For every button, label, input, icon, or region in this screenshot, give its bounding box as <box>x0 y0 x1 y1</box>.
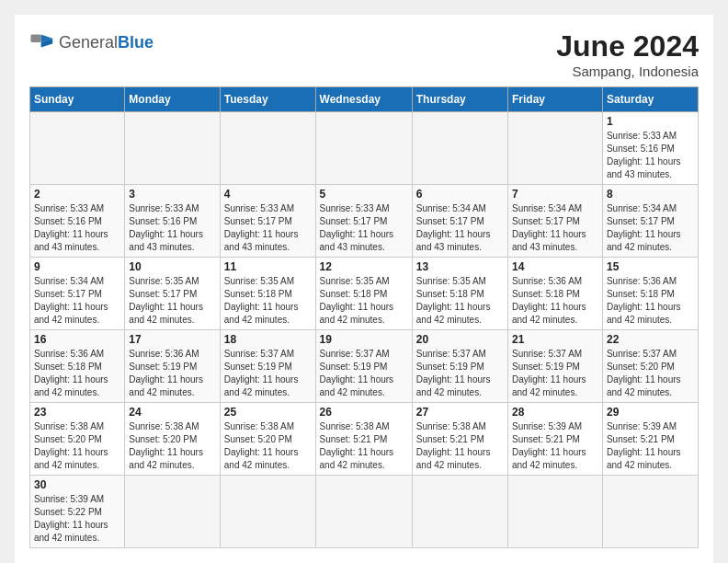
header-wednesday: Wednesday <box>315 87 412 112</box>
header-monday: Monday <box>125 87 220 112</box>
day-number-18: 18 <box>224 333 312 346</box>
day-7: 7 Sunrise: 5:34 AMSunset: 5:17 PMDayligh… <box>508 185 603 258</box>
day-info-13: Sunrise: 5:35 AMSunset: 5:18 PMDaylight:… <box>416 275 504 327</box>
day-number-10: 10 <box>129 260 215 273</box>
weekday-header-row: Sunday Monday Tuesday Wednesday Thursday… <box>30 87 699 112</box>
day-2: 2 Sunrise: 5:33 AMSunset: 5:16 PMDayligh… <box>30 185 125 258</box>
day-5: 5 Sunrise: 5:33 AMSunset: 5:17 PMDayligh… <box>315 185 412 258</box>
calendar-row-4: 16 Sunrise: 5:36 AMSunset: 5:18 PMDaylig… <box>30 330 699 403</box>
day-info-8: Sunrise: 5:34 AMSunset: 5:17 PMDaylight:… <box>607 202 694 254</box>
header-tuesday: Tuesday <box>220 87 315 112</box>
calendar-row-1: 1 Sunrise: 5:33 AMSunset: 5:16 PMDayligh… <box>30 112 699 185</box>
day-number-29: 29 <box>607 406 694 419</box>
day-20: 20 Sunrise: 5:37 AMSunset: 5:19 PMDaylig… <box>412 330 507 403</box>
day-number-13: 13 <box>416 260 504 273</box>
day-info-20: Sunrise: 5:37 AMSunset: 5:19 PMDaylight:… <box>416 348 504 399</box>
day-28: 28 Sunrise: 5:39 AMSunset: 5:21 PMDaylig… <box>508 403 603 476</box>
day-number-16: 16 <box>34 333 120 346</box>
general-blue-logo-icon <box>29 29 55 55</box>
header: GeneralBlue June 2024 Sampang, Indonesia <box>29 29 699 79</box>
day-23: 23 Sunrise: 5:38 AMSunset: 5:20 PMDaylig… <box>30 403 125 476</box>
location-title: Sampang, Indonesia <box>556 63 699 79</box>
calendar-row-6: 30 Sunrise: 5:39 AMSunset: 5:22 PMDaylig… <box>30 476 699 548</box>
day-info-18: Sunrise: 5:37 AMSunset: 5:19 PMDaylight:… <box>224 348 312 399</box>
day-number-5: 5 <box>320 188 408 201</box>
day-22: 22 Sunrise: 5:37 AMSunset: 5:20 PMDaylig… <box>602 330 698 403</box>
day-info-4: Sunrise: 5:33 AMSunset: 5:17 PMDaylight:… <box>224 202 312 254</box>
day-number-8: 8 <box>607 188 694 201</box>
day-number-28: 28 <box>512 406 598 419</box>
day-number-15: 15 <box>607 260 694 273</box>
day-26: 26 Sunrise: 5:38 AMSunset: 5:21 PMDaylig… <box>315 403 412 476</box>
svg-rect-0 <box>30 35 40 42</box>
day-19: 19 Sunrise: 5:37 AMSunset: 5:19 PMDaylig… <box>315 330 412 403</box>
day-number-23: 23 <box>34 406 120 419</box>
day-info-6: Sunrise: 5:34 AMSunset: 5:17 PMDaylight:… <box>416 202 504 254</box>
day-24: 24 Sunrise: 5:38 AMSunset: 5:20 PMDaylig… <box>125 403 220 476</box>
logo-area: GeneralBlue <box>29 29 154 55</box>
day-number-26: 26 <box>320 406 408 419</box>
day-number-25: 25 <box>224 406 312 419</box>
day-info-27: Sunrise: 5:38 AMSunset: 5:21 PMDaylight:… <box>416 420 504 472</box>
day-info-25: Sunrise: 5:38 AMSunset: 5:20 PMDaylight:… <box>224 420 312 472</box>
day-4: 4 Sunrise: 5:33 AMSunset: 5:17 PMDayligh… <box>220 185 315 258</box>
empty-cell <box>220 476 315 548</box>
header-thursday: Thursday <box>412 87 507 112</box>
empty-cell <box>508 476 603 548</box>
day-number-21: 21 <box>512 333 598 346</box>
day-info-28: Sunrise: 5:39 AMSunset: 5:21 PMDaylight:… <box>512 420 598 472</box>
day-info-15: Sunrise: 5:36 AMSunset: 5:18 PMDaylight:… <box>607 275 694 327</box>
day-3: 3 Sunrise: 5:33 AMSunset: 5:16 PMDayligh… <box>125 185 220 258</box>
day-info-24: Sunrise: 5:38 AMSunset: 5:20 PMDaylight:… <box>129 420 215 472</box>
calendar-row-5: 23 Sunrise: 5:38 AMSunset: 5:20 PMDaylig… <box>30 403 699 476</box>
day-info-12: Sunrise: 5:35 AMSunset: 5:18 PMDaylight:… <box>320 275 408 327</box>
day-info-19: Sunrise: 5:37 AMSunset: 5:19 PMDaylight:… <box>320 348 408 399</box>
day-info-10: Sunrise: 5:35 AMSunset: 5:17 PMDaylight:… <box>129 275 215 327</box>
day-30: 30 Sunrise: 5:39 AMSunset: 5:22 PMDaylig… <box>30 476 125 548</box>
day-info-7: Sunrise: 5:34 AMSunset: 5:17 PMDaylight:… <box>512 202 598 254</box>
day-8: 8 Sunrise: 5:34 AMSunset: 5:17 PMDayligh… <box>602 185 698 258</box>
day-number-2: 2 <box>34 188 120 201</box>
header-friday: Friday <box>508 87 603 112</box>
day-info-30: Sunrise: 5:39 AMSunset: 5:22 PMDaylight:… <box>34 493 120 545</box>
day-12: 12 Sunrise: 5:35 AMSunset: 5:18 PMDaylig… <box>315 258 412 330</box>
day-18: 18 Sunrise: 5:37 AMSunset: 5:19 PMDaylig… <box>220 330 315 403</box>
day-info-3: Sunrise: 5:33 AMSunset: 5:16 PMDaylight:… <box>129 202 215 254</box>
day-number-27: 27 <box>416 406 504 419</box>
calendar-table: Sunday Monday Tuesday Wednesday Thursday… <box>29 86 699 548</box>
day-info-23: Sunrise: 5:38 AMSunset: 5:20 PMDaylight:… <box>34 420 120 472</box>
day-14: 14 Sunrise: 5:36 AMSunset: 5:18 PMDaylig… <box>508 258 603 330</box>
day-16: 16 Sunrise: 5:36 AMSunset: 5:18 PMDaylig… <box>30 330 125 403</box>
day-number-7: 7 <box>512 188 598 201</box>
empty-cell <box>315 112 412 185</box>
calendar-page: GeneralBlue June 2024 Sampang, Indonesia… <box>15 15 713 563</box>
day-number-9: 9 <box>34 260 120 273</box>
day-21: 21 Sunrise: 5:37 AMSunset: 5:19 PMDaylig… <box>508 330 603 403</box>
empty-cell <box>315 476 412 548</box>
month-title: June 2024 <box>556 29 699 63</box>
day-number-3: 3 <box>129 188 215 201</box>
day-info-21: Sunrise: 5:37 AMSunset: 5:19 PMDaylight:… <box>512 348 598 399</box>
day-info-2: Sunrise: 5:33 AMSunset: 5:16 PMDaylight:… <box>34 202 120 254</box>
empty-cell <box>220 112 315 185</box>
day-6: 6 Sunrise: 5:34 AMSunset: 5:17 PMDayligh… <box>412 185 507 258</box>
empty-cell <box>125 476 220 548</box>
day-info-22: Sunrise: 5:37 AMSunset: 5:20 PMDaylight:… <box>607 348 694 399</box>
day-info-14: Sunrise: 5:36 AMSunset: 5:18 PMDaylight:… <box>512 275 598 327</box>
day-10: 10 Sunrise: 5:35 AMSunset: 5:17 PMDaylig… <box>125 258 220 330</box>
empty-cell <box>602 476 698 548</box>
empty-cell <box>412 476 507 548</box>
logo-text: GeneralBlue <box>59 33 154 52</box>
day-25: 25 Sunrise: 5:38 AMSunset: 5:20 PMDaylig… <box>220 403 315 476</box>
day-13: 13 Sunrise: 5:35 AMSunset: 5:18 PMDaylig… <box>412 258 507 330</box>
day-1: 1 Sunrise: 5:33 AMSunset: 5:16 PMDayligh… <box>602 112 698 185</box>
day-number-1: 1 <box>607 115 694 128</box>
day-info-16: Sunrise: 5:36 AMSunset: 5:18 PMDaylight:… <box>34 348 120 399</box>
day-info-5: Sunrise: 5:33 AMSunset: 5:17 PMDaylight:… <box>320 202 408 254</box>
day-11: 11 Sunrise: 5:35 AMSunset: 5:18 PMDaylig… <box>220 258 315 330</box>
day-9: 9 Sunrise: 5:34 AMSunset: 5:17 PMDayligh… <box>30 258 125 330</box>
day-number-4: 4 <box>224 188 312 201</box>
day-27: 27 Sunrise: 5:38 AMSunset: 5:21 PMDaylig… <box>412 403 507 476</box>
empty-cell <box>508 112 603 185</box>
day-info-1: Sunrise: 5:33 AMSunset: 5:16 PMDaylight:… <box>607 130 694 181</box>
